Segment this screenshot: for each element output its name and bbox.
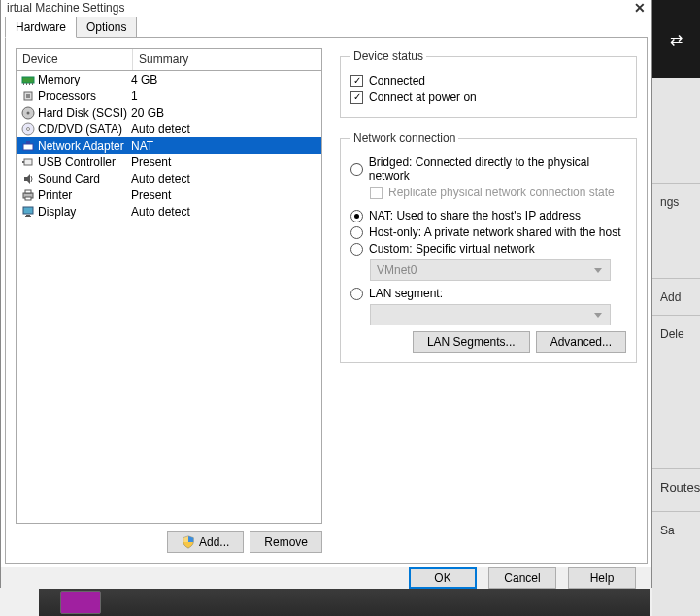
custom-radio[interactable]: Custom: Specific virtual network xyxy=(350,242,626,256)
add-button[interactable]: Add... xyxy=(167,531,244,553)
svg-rect-12 xyxy=(26,141,30,144)
device-name: Processors xyxy=(38,89,96,103)
connected-label: Connected xyxy=(369,74,425,87)
device-row-display[interactable]: DisplayAuto detect xyxy=(17,203,321,220)
printer-icon xyxy=(20,188,36,202)
device-name: Printer xyxy=(38,188,72,202)
hostonly-label: Host-only: A private network shared with… xyxy=(369,225,620,239)
tab-options[interactable]: Options xyxy=(76,17,137,38)
col-device[interactable]: Device xyxy=(17,49,133,70)
bg-button-save[interactable]: Sa xyxy=(652,511,700,548)
titlebar: irtual Machine Settings ✕ xyxy=(1,0,651,16)
bg-label-routes: Routes xyxy=(652,468,700,505)
remove-button[interactable]: Remove xyxy=(250,531,322,553)
device-summary: Present xyxy=(131,155,317,169)
device-summary: Auto detect xyxy=(131,122,317,136)
col-summary[interactable]: Summary xyxy=(133,49,321,70)
device-name: Network Adapter xyxy=(38,139,124,153)
device-summary: Present xyxy=(131,188,317,202)
add-label: Add... xyxy=(199,535,229,549)
device-name: Display xyxy=(38,205,76,219)
device-status-group: Device status ✓ Connected ✓ Connect at p… xyxy=(340,50,637,118)
svg-rect-11 xyxy=(23,144,33,150)
bg-button-delete[interactable]: Dele xyxy=(652,315,700,352)
lan-segment-select xyxy=(370,304,611,325)
window-title: irtual Machine Settings xyxy=(7,1,124,15)
svg-rect-16 xyxy=(25,190,31,193)
svg-rect-13 xyxy=(24,159,32,165)
device-row-memory[interactable]: Memory4 GB xyxy=(17,71,321,87)
svg-point-8 xyxy=(27,111,30,114)
custom-label: Custom: Specific virtual network xyxy=(369,242,535,256)
close-icon[interactable]: ✕ xyxy=(634,0,646,16)
device-table: Device Summary Memory4 GBProcessors1Hard… xyxy=(16,48,322,524)
device-row-cd-dvd-sata-[interactable]: CD/DVD (SATA)Auto detect xyxy=(17,120,321,137)
svg-rect-19 xyxy=(26,215,30,216)
help-button[interactable]: Help xyxy=(568,567,636,589)
advanced-button[interactable]: Advanced... xyxy=(536,331,626,353)
bridged-radio[interactable]: Bridged: Connected directly to the physi… xyxy=(350,155,626,183)
dialog-content: Device Summary Memory4 GBProcessors1Hard… xyxy=(5,37,648,564)
device-name: Sound Card xyxy=(38,172,100,186)
svg-point-10 xyxy=(27,127,30,130)
dark-band: ⇄ xyxy=(652,0,700,78)
hdd-icon xyxy=(20,105,36,120)
device-summary: 1 xyxy=(131,89,317,103)
network-connection-group: Network connection Bridged: Connected di… xyxy=(340,131,637,363)
tab-strip: Hardware Options xyxy=(1,16,651,37)
bg-button-add[interactable]: Add xyxy=(652,278,700,315)
ok-button[interactable]: OK xyxy=(409,567,477,589)
display-icon xyxy=(20,204,36,219)
device-name: Hard Disk (SCSI) xyxy=(38,106,127,120)
replicate-label: Replicate physical network connection st… xyxy=(388,186,615,199)
lan-segment-label: LAN segment: xyxy=(369,287,443,300)
device-summary: 20 GB xyxy=(131,106,317,120)
background-taskbar xyxy=(39,589,650,616)
device-summary: Auto detect xyxy=(131,205,317,219)
device-summary: Auto detect xyxy=(131,172,317,186)
svg-rect-0 xyxy=(22,77,34,83)
lan-segment-radio[interactable]: LAN segment: xyxy=(350,287,626,300)
cd-icon xyxy=(20,121,36,136)
add-remove-row: Add... Remove xyxy=(16,531,322,553)
svg-rect-2 xyxy=(26,83,27,85)
network-connection-legend: Network connection xyxy=(350,131,458,145)
memory-icon xyxy=(20,72,36,86)
custom-network-select: VMnet0 xyxy=(370,259,611,281)
sound-icon xyxy=(20,171,36,186)
nat-radio[interactable]: NAT: Used to share the host's IP address xyxy=(350,209,626,222)
dialog-footer: OK Cancel Help xyxy=(1,567,651,589)
device-name: CD/DVD (SATA) xyxy=(38,122,122,136)
device-row-hard-disk-scsi-[interactable]: Hard Disk (SCSI)20 GB xyxy=(17,104,321,120)
connected-checkbox[interactable]: ✓ Connected xyxy=(350,74,626,87)
device-row-network-adapter[interactable]: Network AdapterNAT xyxy=(17,137,321,154)
background-panel: ⇄ ngs Add Dele Routes Sa xyxy=(652,0,700,616)
svg-rect-20 xyxy=(25,216,31,217)
lan-segments-button[interactable]: LAN Segments... xyxy=(413,331,530,353)
device-row-sound-card[interactable]: Sound CardAuto detect xyxy=(17,170,321,187)
device-summary: 4 GB xyxy=(131,73,317,86)
network-buttons: LAN Segments... Advanced... xyxy=(350,331,626,353)
cancel-button[interactable]: Cancel xyxy=(488,567,556,589)
svg-rect-4 xyxy=(32,83,33,85)
device-row-processors[interactable]: Processors1 xyxy=(17,87,321,104)
svg-rect-1 xyxy=(23,83,24,85)
hostonly-radio[interactable]: Host-only: A private network shared with… xyxy=(350,225,626,239)
bg-label-ngs: ngs xyxy=(652,183,700,220)
tab-hardware[interactable]: Hardware xyxy=(5,17,77,38)
device-row-printer[interactable]: PrinterPresent xyxy=(17,187,321,203)
net-icon xyxy=(20,138,36,153)
device-name: Memory xyxy=(38,73,80,86)
cpu-icon xyxy=(20,88,36,103)
bridged-label: Bridged: Connected directly to the physi… xyxy=(369,155,626,183)
device-name: USB Controller xyxy=(38,155,116,169)
svg-rect-3 xyxy=(29,83,30,85)
device-summary: NAT xyxy=(131,139,317,153)
connect-poweron-checkbox[interactable]: ✓ Connect at power on xyxy=(350,90,626,104)
svg-rect-17 xyxy=(25,197,31,200)
device-row-usb-controller[interactable]: USB ControllerPresent xyxy=(17,154,321,170)
shield-icon xyxy=(182,535,195,549)
svg-rect-14 xyxy=(22,161,24,163)
connect-poweron-label: Connect at power on xyxy=(369,90,477,104)
taskbar-item[interactable] xyxy=(60,591,101,614)
